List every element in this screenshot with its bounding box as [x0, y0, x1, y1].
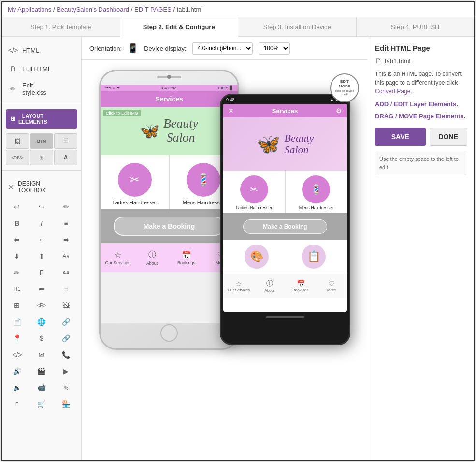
android-screen[interactable]: ✕ Services ⚙ 🦋 BeautySalon ✂ Ladies Hair… [223, 104, 347, 312]
bracket-tool[interactable]: [%] [55, 380, 77, 395]
device-display-select[interactable]: 4.0-inch (iPhon... [192, 42, 253, 55]
panel-actions: SAVE DONE [375, 128, 467, 146]
step-2[interactable]: Step 2. Edit & Configure [120, 17, 239, 37]
file-name-row: 🗋 tab1.html [375, 57, 467, 65]
font-aa-tool[interactable]: AA [55, 265, 77, 280]
link2-tool[interactable]: 🔗 [55, 331, 77, 346]
drag-move-link[interactable]: DRAG / MOVE Page Elements. [375, 113, 467, 120]
add-edit-layer-link[interactable]: ADD / EDIT Layer Elements. [375, 101, 467, 108]
phone-display-area: EDIT MODE click on device to edit •••○○ … [82, 60, 368, 460]
img-tool[interactable]: 🖼 [6, 133, 29, 149]
iphone-tab-services[interactable]: ☆ Our Services [101, 244, 135, 272]
iphone-beauty-salon-text: BeautySalon [163, 117, 198, 144]
android-tab-more-label: More [327, 288, 336, 292]
breadcrumb-my-applications[interactable]: My Applications [8, 6, 51, 13]
android-tab-bookings[interactable]: 📅 Bookings [285, 274, 316, 298]
shop-tool[interactable]: 🏪 [55, 397, 77, 411]
android-tab-about[interactable]: ⓘ About [254, 274, 285, 298]
sidebar-item-full-html[interactable]: 🗋 Full HTML [2, 59, 81, 78]
globe-tool[interactable]: 🌐 [30, 315, 53, 329]
list-ul-tool[interactable]: ≡ [55, 282, 77, 296]
sidebar-item-html[interactable]: </> HTML [2, 41, 81, 59]
android-service-mens[interactable]: 💈 Mens Hairdresser [286, 171, 347, 213]
android-bottom-icon-1[interactable]: 🎨 [245, 245, 269, 269]
bold-tool[interactable]: B [6, 216, 29, 231]
file-tool[interactable]: 📄 [6, 315, 29, 329]
edit-img-badge[interactable]: Click to Edit IMG [103, 110, 141, 116]
iphone-bottom [101, 323, 238, 343]
pencil-draw-tool[interactable]: ✏ [6, 265, 29, 280]
android-service-ladies[interactable]: ✂ Ladies Hairdresser [223, 171, 285, 213]
tab-about-label: About [146, 261, 158, 266]
email-tool[interactable]: ✉ [30, 347, 53, 362]
image-insert-tool[interactable]: 🖼 [55, 298, 77, 313]
align-left-tool[interactable]: ⬅ [6, 232, 29, 247]
android-status-time: 9:48 [226, 97, 235, 102]
redo-tool[interactable]: ↪ [30, 200, 53, 214]
link-tool[interactable]: 🔗 [55, 315, 77, 329]
align-center-tool[interactable]: ↔ [30, 232, 53, 247]
iphone-status-left: •••○○ ✦ [105, 86, 120, 90]
font-f-tool[interactable]: F [30, 265, 53, 280]
breadcrumb-edit-pages[interactable]: EDIT PAGES [134, 6, 172, 13]
div-tool[interactable]: <DIV> [6, 150, 29, 165]
phone-tool[interactable]: 📞 [55, 347, 77, 362]
android-tab-services[interactable]: ☆ Our Services [223, 274, 254, 298]
iphone-screen[interactable]: Services Click to Edit IMG 🦋 BeautySalon… [101, 91, 238, 323]
step-4[interactable]: Step 4. PUBLISH [357, 17, 475, 36]
youtube-tool[interactable]: ▶ [55, 364, 77, 378]
volume-tool[interactable]: 🔊 [6, 364, 29, 378]
android-booking-button[interactable]: Make a Booking [243, 219, 327, 234]
cart-tool[interactable]: 🛒 [30, 397, 53, 411]
pencil-icon: ✏ [8, 84, 18, 94]
code-tool[interactable]: </> [6, 347, 29, 362]
layout-elements-button[interactable]: ⊞ LAYOUT ELEMENTS [6, 109, 77, 129]
convert-page-link[interactable]: Convert Page. [375, 88, 412, 95]
volume2-tool[interactable]: 🔉 [6, 380, 29, 395]
done-button[interactable]: DONE [430, 128, 467, 146]
file-name: tab1.html [385, 58, 410, 65]
iphone-home-button[interactable] [160, 324, 178, 342]
p-tool[interactable]: <P> [30, 298, 53, 313]
right-panel: Edit HTML Page 🗋 tab1.html This is an HT… [368, 37, 474, 460]
iphone-tab-about[interactable]: ⓘ About [135, 244, 169, 272]
table-tool[interactable]: ⊞ [30, 150, 53, 165]
list-ol-tool[interactable]: ≔ [30, 282, 53, 296]
map-pin-tool[interactable]: 📍 [6, 331, 29, 346]
sidebar-item-css[interactable]: ✏ Edit style.css [2, 78, 81, 100]
dollar-tool[interactable]: $ [30, 331, 53, 346]
paypal-tool[interactable]: P [6, 397, 29, 411]
video-tool[interactable]: 📹 [30, 380, 53, 395]
italic-tool[interactable]: I [30, 216, 53, 231]
android-header-title: Services [272, 107, 298, 115]
android-tab-more[interactable]: ♡ More [316, 274, 347, 298]
text-tool[interactable]: A [54, 150, 77, 165]
step-1[interactable]: Step 1. Pick Template [2, 17, 120, 36]
iphone-img-section[interactable]: Click to Edit IMG 🦋 BeautySalon [101, 107, 238, 155]
outdent-tool[interactable]: ⬆ [30, 249, 53, 263]
breadcrumb-dashboard[interactable]: BeautySalon's Dashboard [57, 6, 129, 13]
list-tool[interactable]: ☰ [54, 133, 77, 149]
btn-tool[interactable]: BTN [30, 133, 53, 149]
grid-tool[interactable]: ⊞ [6, 298, 29, 313]
step-3[interactable]: Step 3. Install on Device [238, 17, 357, 36]
align-right-tool[interactable]: ➡ [55, 232, 77, 247]
align-tool[interactable]: ≡ [55, 216, 77, 231]
undo-tool[interactable]: ↩ [6, 200, 29, 214]
iphone-service-ladies[interactable]: ✂ Ladies Hairdresser [101, 155, 169, 209]
indent-tool[interactable]: ⬇ [6, 249, 29, 263]
tab-services-label: Our Services [105, 260, 130, 265]
design-toolbox-button[interactable]: ✕ DESIGN TOOLBOX [2, 176, 81, 198]
erase-tool[interactable]: ✏ [55, 200, 77, 214]
android-tab-services-label: Our Services [228, 288, 250, 292]
film-tool[interactable]: 🎬 [30, 364, 53, 378]
edit-mode-stamp[interactable]: EDIT MODE click on device to edit [330, 73, 359, 102]
font-size-tool[interactable]: Aa [55, 249, 77, 263]
h1-tool[interactable]: H1 [6, 282, 29, 296]
zoom-select[interactable]: 100% [259, 42, 290, 55]
steps-bar: Step 1. Pick Template Step 2. Edit & Con… [2, 17, 474, 37]
iphone-booking-button[interactable]: Make a Booking [114, 217, 225, 236]
android-bottom-icon-2[interactable]: 📋 [302, 245, 326, 269]
iphone-tab-bookings[interactable]: 📅 Bookings [169, 244, 203, 272]
save-button[interactable]: SAVE [375, 128, 426, 146]
